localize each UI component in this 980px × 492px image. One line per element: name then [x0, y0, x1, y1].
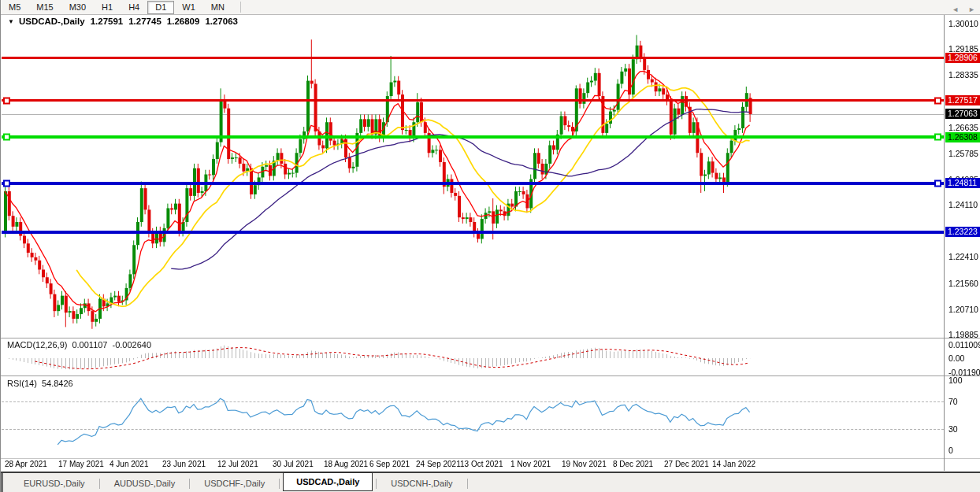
- date-label: 27 Dec 2021: [664, 460, 709, 468]
- tab-separator: [279, 479, 280, 489]
- date-label: 28 Apr 2021: [5, 460, 47, 468]
- timeframe-toolbar: M5M15M30H1H4D1W1MN: [1, 0, 980, 15]
- panel-separator-main-macd[interactable]: [1, 338, 980, 338]
- panel-separator-macd-rsi[interactable]: [1, 375, 980, 376]
- chart-tab-USDCHFDaily[interactable]: USDCHF-,Daily: [193, 475, 276, 491]
- chart-tab-USDCADDaily[interactable]: USDCAD-,Daily: [283, 472, 373, 491]
- date-label: 17 May 2021: [58, 460, 104, 468]
- price-tick-1.24110: 1.24110: [948, 200, 978, 209]
- hline-1.26308[interactable]: [2, 135, 944, 139]
- hline-handle-r-1.27517[interactable]: [934, 97, 941, 104]
- price-axis-divider: [944, 14, 945, 471]
- price-badge-1.24811: 1.24811: [945, 178, 980, 188]
- mt4-chart-window: M5M15M30H1H4D1W1MN ▼ USDCAD-,Daily 1.275…: [0, 0, 980, 492]
- chart-tab-USDCNHDaily[interactable]: USDCNH-,Daily: [380, 475, 463, 491]
- ohlc-high: 1.27745: [128, 17, 161, 26]
- date-label: 1 Nov 2021: [510, 460, 551, 468]
- price-tick-1.25785: 1.25785: [948, 149, 978, 158]
- tab-separator: [376, 479, 377, 489]
- ohlc-close: 1.27063: [205, 17, 238, 26]
- tab-scroll-right-icon[interactable]: ►: [968, 6, 975, 13]
- tab-separator: [467, 479, 468, 489]
- timeframe-button-M30[interactable]: M30: [61, 1, 94, 14]
- chart-tab-EURUSDDaily[interactable]: EURUSD-,Daily: [13, 475, 96, 491]
- timeframe-button-M5[interactable]: M5: [1, 1, 28, 14]
- price-tick-1.20710: 1.20710: [948, 305, 978, 314]
- rsi-value: 54.8426: [42, 379, 73, 388]
- ohlc-low: 1.26809: [167, 17, 200, 26]
- price-badge-1.27063: 1.27063: [945, 109, 980, 119]
- date-label: 6 Sep 2021: [369, 460, 410, 468]
- tab-scroll-left-icon[interactable]: ◄: [952, 6, 959, 13]
- symbol-name: USDCAD-,Daily: [19, 17, 85, 26]
- rsi-tick-70: 70: [948, 397, 958, 406]
- tab-separator: [189, 479, 190, 489]
- chart-title: ▼ USDCAD-,Daily 1.27591 1.27745 1.26809 …: [8, 17, 238, 26]
- date-label: 18 Aug 2021: [324, 460, 368, 468]
- price-tick-1.26635: 1.26635: [948, 123, 978, 132]
- chart-tab-bar: EURUSD-,DailyAUDUSD-,DailyUSDCHF-,DailyU…: [1, 472, 980, 492]
- hline-1.23223[interactable]: [2, 231, 944, 234]
- timeframe-button-D1[interactable]: D1: [147, 1, 174, 14]
- macd-tick-0.011009: 0.011009: [948, 340, 980, 350]
- rsi-tick-0: 0: [948, 446, 953, 455]
- price-tick-1.21560: 1.21560: [948, 279, 978, 288]
- tab-separator: [99, 479, 100, 489]
- price-tick-1.30010: 1.30010: [948, 19, 978, 28]
- macd-value-1: 0.001107: [72, 340, 107, 350]
- hline-handle-l-1.24811[interactable]: [3, 180, 10, 187]
- date-label: 14 Jan 2022: [712, 460, 755, 468]
- macd-tick-0.00: 0.00: [948, 353, 964, 363]
- date-label: 13 Oct 2021: [460, 460, 503, 468]
- date-label: 19 Nov 2021: [562, 460, 607, 468]
- price-chart-canvas[interactable]: [1, 0, 980, 492]
- date-label: 12 Jul 2021: [217, 460, 258, 468]
- date-label: 24 Sep 2021: [416, 460, 461, 468]
- price-badge-1.23223: 1.23223: [945, 227, 980, 237]
- rsi-name: RSI(14): [7, 379, 37, 388]
- chart-tab-AUDUSDDaily[interactable]: AUDUSD-,Daily: [103, 475, 187, 491]
- tab-scrollbar: ◄ ►: [952, 6, 975, 13]
- timeframe-button-M15[interactable]: M15: [28, 1, 61, 14]
- date-label: 30 Jul 2021: [273, 460, 314, 468]
- rsi-label: RSI(14) 54.8426: [7, 379, 73, 388]
- timeframe-button-MN[interactable]: MN: [203, 1, 232, 14]
- macd-label: MACD(12,26,9) 0.001107 -0.002640: [7, 340, 151, 350]
- ohlc-open: 1.27591: [91, 17, 124, 26]
- hline-1.27517[interactable]: [2, 99, 944, 102]
- tab-bar-edge: [1, 473, 3, 492]
- price-badge-1.27517: 1.27517: [945, 95, 980, 105]
- date-label: 8 Dec 2021: [613, 460, 653, 468]
- date-axis: 28 Apr 202117 May 20214 Jun 202123 Jun 2…: [1, 459, 944, 471]
- price-tick-1.22410: 1.22410: [948, 252, 978, 261]
- price-badge-1.28906: 1.28906: [945, 53, 980, 63]
- hline-1.28906[interactable]: [2, 57, 944, 59]
- hline-handle-l-1.26308[interactable]: [3, 134, 10, 141]
- macd-value-2: -0.002640: [113, 340, 152, 350]
- price-tick-1.28335: 1.28335: [948, 70, 978, 80]
- hline-handle-r-1.26308[interactable]: [934, 134, 941, 141]
- symbol-dropdown-icon[interactable]: ▼: [8, 18, 14, 25]
- timeframe-button-W1[interactable]: W1: [174, 1, 203, 14]
- rsi-tick-100: 100: [948, 375, 963, 385]
- hline-handle-l-1.27517[interactable]: [3, 97, 10, 104]
- date-label: 23 Jun 2021: [162, 460, 206, 468]
- rsi-tick-30: 30: [948, 424, 958, 434]
- panel-separator-rsi-dates: [1, 458, 980, 459]
- toolbar-separator: [240, 2, 241, 13]
- price-badge-1.26308: 1.26308: [945, 132, 980, 142]
- macd-name: MACD(12,26,9): [7, 340, 67, 350]
- hline-handle-r-1.24811[interactable]: [934, 180, 941, 187]
- date-label: 4 Jun 2021: [110, 460, 149, 468]
- timeframe-button-H4[interactable]: H4: [121, 1, 147, 14]
- timeframe-button-H1[interactable]: H1: [94, 1, 121, 14]
- hline-1.24811[interactable]: [2, 182, 944, 185]
